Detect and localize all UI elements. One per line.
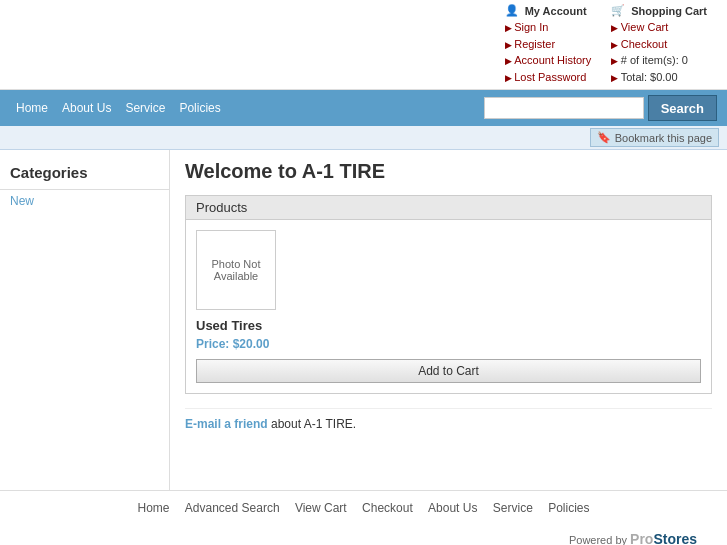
- prostores-footer: Powered by ProStores: [0, 525, 727, 545]
- product-item: Photo Not Available Used Tires Price: $2…: [196, 230, 701, 383]
- nav-policies[interactable]: Policies: [173, 97, 226, 119]
- prostores-stores: Stores: [653, 531, 697, 545]
- lost-password-link[interactable]: Lost Password: [505, 69, 592, 86]
- sidebar-title: Categories: [0, 160, 169, 190]
- email-friend: E-mail a friend about A-1 TIRE.: [185, 408, 712, 431]
- product-image: Photo Not Available: [196, 230, 276, 310]
- footer-policies[interactable]: Policies: [548, 501, 589, 515]
- cart-title: 🛒 Shopping Cart: [611, 4, 707, 17]
- products-box: Products Photo Not Available Used Tires …: [185, 195, 712, 394]
- checkout-link[interactable]: Checkout: [611, 36, 707, 53]
- page-title: Welcome to A-1 TIRE: [185, 160, 712, 183]
- prostores-pro: Pro: [630, 531, 653, 545]
- nav-links: Home About Us Service Policies: [10, 97, 484, 119]
- product-price-label: Price:: [196, 337, 233, 351]
- sidebar: Categories New: [0, 150, 170, 490]
- content-area: Welcome to A-1 TIRE Products Photo Not A…: [170, 150, 727, 490]
- product-name: Used Tires: [196, 318, 701, 333]
- account-title: 👤 My Account: [505, 4, 592, 17]
- footer-nav: Home Advanced Search View Cart Checkout …: [0, 490, 727, 525]
- bookmark-label: Bookmark this page: [615, 132, 712, 144]
- main-layout: Categories New Welcome to A-1 TIRE Produ…: [0, 150, 727, 490]
- product-price: Price: $20.00: [196, 337, 701, 351]
- sidebar-item-new[interactable]: New: [0, 190, 169, 212]
- email-friend-about: about A-1 TIRE.: [268, 417, 357, 431]
- view-cart-link[interactable]: View Cart: [611, 19, 707, 36]
- footer-about-us[interactable]: About Us: [428, 501, 477, 515]
- bookmark-bar: 🔖 Bookmark this page: [0, 126, 727, 150]
- account-history-link[interactable]: Account History: [505, 52, 592, 69]
- products-header: Products: [186, 196, 711, 220]
- cart-title-text: Shopping Cart: [631, 5, 707, 17]
- search-input[interactable]: [484, 97, 644, 119]
- footer-checkout[interactable]: Checkout: [362, 501, 413, 515]
- search-button[interactable]: Search: [648, 95, 717, 121]
- cart-icon: 🛒: [611, 4, 625, 17]
- top-bar: 👤 My Account Sign In Register Account Hi…: [0, 0, 727, 90]
- footer-home[interactable]: Home: [137, 501, 169, 515]
- nav-home[interactable]: Home: [10, 97, 54, 119]
- powered-by-text: Powered by: [569, 534, 627, 545]
- bookmark-button[interactable]: 🔖 Bookmark this page: [590, 128, 719, 147]
- product-image-text: Photo Not Available: [197, 258, 275, 282]
- products-inner: Photo Not Available Used Tires Price: $2…: [186, 220, 711, 393]
- cart-items-count: # of item(s): 0: [611, 52, 707, 69]
- nav-bar: Home About Us Service Policies Search: [0, 90, 727, 126]
- footer-service[interactable]: Service: [493, 501, 533, 515]
- search-box: Search: [484, 95, 717, 121]
- footer-advanced-search[interactable]: Advanced Search: [185, 501, 280, 515]
- email-friend-link[interactable]: E-mail a friend: [185, 417, 268, 431]
- account-title-text: My Account: [525, 5, 587, 17]
- footer-view-cart[interactable]: View Cart: [295, 501, 347, 515]
- sign-in-link[interactable]: Sign In: [505, 19, 592, 36]
- bookmark-icon: 🔖: [597, 131, 611, 144]
- account-icon: 👤: [505, 4, 519, 17]
- register-link[interactable]: Register: [505, 36, 592, 53]
- nav-about[interactable]: About Us: [56, 97, 117, 119]
- cart-section: 🛒 Shopping Cart View Cart Checkout # of …: [611, 4, 707, 85]
- account-section: 👤 My Account Sign In Register Account Hi…: [505, 4, 592, 85]
- product-price-value: $20.00: [233, 337, 270, 351]
- cart-total: Total: $0.00: [611, 69, 707, 86]
- add-to-cart-button[interactable]: Add to Cart: [196, 359, 701, 383]
- nav-service[interactable]: Service: [119, 97, 171, 119]
